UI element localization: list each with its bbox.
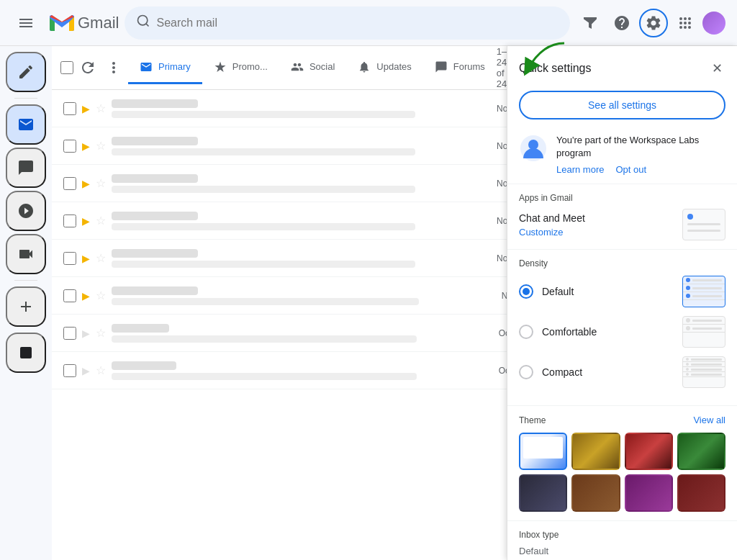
email-sender (112, 361, 176, 370)
density-compact-label: Compact (542, 366, 582, 378)
star-icon[interactable]: ☆ (96, 251, 106, 265)
dp-icon (686, 294, 690, 298)
theme-thumb-green[interactable] (677, 433, 725, 470)
theme-thumb-wood[interactable] (571, 433, 620, 470)
radio-compact[interactable] (519, 365, 533, 379)
density-title: Density (519, 258, 725, 268)
tab-promotions[interactable]: Promo... (202, 52, 279, 84)
learn-more-link[interactable]: Learn more (556, 164, 604, 175)
star-icon[interactable]: ☆ (96, 214, 106, 227)
dp-icon (686, 363, 689, 366)
table-row[interactable]: ▶ ☆ Nov 24 (52, 127, 535, 165)
email-checkbox[interactable] (63, 364, 76, 377)
star-icon[interactable]: ☆ (96, 363, 106, 377)
sidebar-spaces-btn[interactable] (6, 191, 46, 231)
search-icon (136, 14, 150, 32)
table-row[interactable]: ▶ ☆ Nov 27 (52, 90, 535, 127)
density-comfortable-label: Comfortable (542, 326, 597, 338)
dp-icon (686, 318, 690, 322)
dp-icon (686, 278, 690, 282)
sidebar-icons (0, 46, 52, 560)
star-icon[interactable]: ☆ (96, 326, 106, 340)
customize-link[interactable]: Customize (519, 227, 585, 238)
tab-updates[interactable]: Updates (346, 52, 422, 84)
density-compact-label-area: Compact (519, 365, 582, 379)
email-checkbox[interactable] (63, 252, 76, 265)
theme-thumb-red[interactable] (625, 433, 673, 470)
settings-button[interactable] (639, 9, 668, 37)
qs-title: Quick settings (519, 62, 591, 75)
tab-promotions-label: Promo... (232, 61, 268, 72)
filter-button[interactable] (576, 9, 605, 37)
help-button[interactable] (607, 9, 636, 37)
table-row[interactable]: ▶ ☆ Nov 16 (52, 202, 535, 240)
avatar[interactable] (702, 12, 725, 35)
opt-out-link[interactable]: Opt out (615, 164, 646, 175)
table-row[interactable]: ▶ ☆ Nov 14 (52, 240, 535, 277)
theme-thumb-dark[interactable] (519, 474, 567, 512)
search-bar[interactable] (125, 6, 570, 40)
email-sender (112, 174, 198, 183)
compose-icon-btn[interactable] (6, 52, 46, 92)
gmail-m-icon (49, 14, 75, 32)
table-row[interactable]: ▶ ☆ Oct 24 (52, 352, 535, 389)
radio-comfortable[interactable] (519, 325, 533, 339)
tab-primary[interactable]: Primary (128, 52, 202, 84)
more-options-button[interactable] (102, 56, 125, 79)
email-checkbox[interactable] (63, 289, 76, 302)
email-subject (112, 298, 419, 305)
see-all-settings-button[interactable]: See all settings (519, 91, 725, 119)
page-info: 1–24 of 24 (497, 46, 507, 89)
refresh-button[interactable] (76, 56, 99, 79)
tab-social[interactable]: Social (279, 52, 346, 84)
email-checkbox[interactable] (63, 140, 76, 153)
star-icon[interactable]: ☆ (96, 101, 106, 115)
tab-actions (58, 50, 128, 85)
radio-default[interactable] (519, 284, 533, 299)
theme-thumb-default[interactable] (519, 433, 567, 470)
email-content (112, 249, 491, 268)
sidebar-label-btn[interactable] (6, 333, 46, 373)
dp-line (691, 374, 722, 376)
star-icon[interactable]: ☆ (96, 176, 106, 190)
theme-thumb-brown[interactable] (571, 474, 620, 512)
theme-header: Theme View all (519, 415, 725, 425)
density-default-label-area: Default (519, 284, 574, 299)
sidebar-add-btn[interactable] (6, 286, 46, 327)
important-icon: ▶ (82, 215, 90, 227)
apps-preview-line-2 (687, 230, 720, 232)
sidebar-meet-btn[interactable] (6, 234, 46, 274)
sidebar-chat-btn[interactable] (6, 148, 46, 188)
menu-button[interactable] (12, 9, 40, 37)
email-subject (112, 148, 415, 155)
tab-forums[interactable]: Forums (423, 52, 497, 84)
email-checkbox[interactable] (63, 177, 76, 190)
search-input[interactable] (156, 17, 559, 30)
select-all-checkbox[interactable] (60, 61, 73, 74)
dp-icon (686, 326, 690, 330)
email-checkbox[interactable] (63, 214, 76, 227)
star-icon[interactable]: ☆ (96, 289, 106, 302)
google-apps-button[interactable] (671, 9, 700, 37)
workspace-icon (519, 134, 548, 163)
email-content (112, 361, 493, 380)
theme-thumb-maroon[interactable] (677, 474, 725, 512)
table-row[interactable]: ▶ ☆ Nov 23 (52, 165, 535, 202)
view-all-link[interactable]: View all (693, 415, 725, 425)
email-checkbox[interactable] (63, 102, 76, 115)
important-icon: ▶ (82, 140, 90, 152)
important-icon: ▶ (82, 290, 90, 302)
theme-thumb-purple[interactable] (625, 474, 673, 512)
table-row[interactable]: ▶ ☆ Oct 26 (52, 315, 535, 352)
email-content (112, 324, 493, 343)
star-icon[interactable]: ☆ (96, 139, 106, 153)
topbar: Gmail (0, 0, 737, 46)
table-row[interactable]: ▶ ☆ Nov 2 (52, 277, 535, 315)
dp-line (692, 320, 722, 322)
inbox-title: Inbox type (519, 530, 725, 540)
email-checkbox[interactable] (63, 327, 76, 340)
dp-row (683, 367, 725, 372)
sidebar-mail-btn[interactable] (6, 104, 46, 145)
qs-close-button[interactable]: ✕ (709, 58, 725, 79)
workspace-text-area: You're part of the Workspace Labs progra… (556, 134, 725, 175)
